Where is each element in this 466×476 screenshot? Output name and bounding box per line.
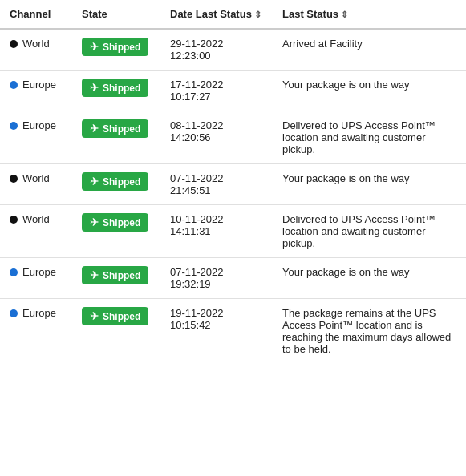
- plane-icon: ✈: [90, 41, 99, 53]
- date-cell: 29-11-202212:23:00: [160, 29, 273, 71]
- shipped-badge: ✈Shipped: [82, 119, 148, 138]
- table-header-row: Channel State Date Last Status Last Stat…: [0, 0, 466, 29]
- date-cell: 07-11-202219:32:19: [160, 258, 273, 299]
- shipped-label: Shipped: [103, 270, 140, 281]
- channel-cell: World: [0, 205, 72, 258]
- black-dot-icon: [10, 216, 18, 224]
- blue-dot-icon: [10, 268, 18, 276]
- plane-icon: ✈: [90, 123, 99, 135]
- table-row: World✈Shipped29-11-202212:23:00Arrived a…: [0, 29, 466, 71]
- blue-dot-icon: [10, 81, 18, 89]
- column-header-date[interactable]: Date Last Status: [160, 0, 273, 29]
- plane-icon: ✈: [90, 82, 99, 94]
- status-cell: Delivered to UPS Access Point™ location …: [273, 111, 466, 164]
- blue-dot-icon: [10, 309, 18, 317]
- shipped-badge: ✈Shipped: [82, 172, 148, 191]
- blue-dot-icon: [10, 122, 18, 130]
- shipped-badge: ✈Shipped: [82, 307, 148, 325]
- date-cell: 07-11-202221:45:51: [160, 164, 273, 205]
- plane-icon: ✈: [90, 175, 99, 188]
- state-cell: ✈Shipped: [72, 205, 160, 258]
- state-cell: ✈Shipped: [72, 258, 160, 299]
- date-cell: 10-11-202214:11:31: [160, 205, 273, 258]
- table-row: Europe✈Shipped08-11-202214:20:56Delivere…: [0, 111, 466, 164]
- table-row: Europe✈Shipped07-11-202219:32:19Your pac…: [0, 258, 466, 299]
- date-cell: 08-11-202214:20:56: [160, 111, 273, 164]
- column-header-channel: Channel: [0, 0, 72, 29]
- column-header-status[interactable]: Last Status: [273, 0, 466, 29]
- state-cell: ✈Shipped: [72, 29, 160, 71]
- channel-label: Europe: [22, 79, 56, 91]
- shipped-label: Shipped: [103, 217, 140, 228]
- status-cell: Your package is on the way: [273, 164, 466, 205]
- shipped-badge: ✈Shipped: [82, 213, 148, 232]
- state-cell: ✈Shipped: [72, 299, 160, 364]
- state-cell: ✈Shipped: [72, 111, 160, 164]
- channel-label: World: [22, 38, 50, 50]
- date-cell: 19-11-202210:15:42: [160, 299, 273, 364]
- status-cell: Your package is on the way: [273, 258, 466, 299]
- plane-icon: ✈: [90, 269, 99, 281]
- channel-cell: Europe: [0, 299, 72, 364]
- channel-label: Europe: [22, 266, 56, 278]
- table-row: Europe✈Shipped17-11-202210:17:27Your pac…: [0, 71, 466, 111]
- black-dot-icon: [10, 175, 18, 183]
- date-cell: 17-11-202210:17:27: [160, 71, 273, 111]
- shipped-badge: ✈Shipped: [82, 266, 148, 284]
- table-row: Europe✈Shipped19-11-202210:15:42The pack…: [0, 299, 466, 364]
- status-cell: The package remains at the UPS Access Po…: [273, 299, 466, 364]
- status-cell: Your package is on the way: [273, 71, 466, 111]
- shipped-badge: ✈Shipped: [82, 79, 148, 97]
- shipped-label: Shipped: [103, 311, 140, 322]
- channel-label: World: [22, 172, 50, 184]
- channel-cell: World: [0, 164, 72, 205]
- shipped-label: Shipped: [103, 176, 140, 188]
- shipped-badge: ✈Shipped: [82, 38, 148, 56]
- shipped-label: Shipped: [103, 42, 140, 53]
- channel-label: World: [22, 213, 50, 225]
- table-row: World✈Shipped07-11-202221:45:51Your pack…: [0, 164, 466, 205]
- channel-cell: Europe: [0, 71, 72, 111]
- channel-cell: World: [0, 29, 72, 71]
- state-cell: ✈Shipped: [72, 71, 160, 111]
- state-cell: ✈Shipped: [72, 164, 160, 205]
- shipments-table: Channel State Date Last Status Last Stat…: [0, 0, 466, 363]
- table-row: World✈Shipped10-11-202214:11:31Delivered…: [0, 205, 466, 258]
- plane-icon: ✈: [90, 310, 99, 322]
- channel-label: Europe: [22, 307, 56, 319]
- channel-label: Europe: [22, 119, 56, 131]
- shipped-label: Shipped: [103, 83, 140, 94]
- status-cell: Arrived at Facility: [273, 29, 466, 71]
- shipped-label: Shipped: [103, 123, 140, 135]
- black-dot-icon: [10, 40, 18, 48]
- channel-cell: Europe: [0, 258, 72, 299]
- column-header-state: State: [72, 0, 160, 29]
- plane-icon: ✈: [90, 216, 99, 228]
- channel-cell: Europe: [0, 111, 72, 164]
- status-cell: Delivered to UPS Access Point™ location …: [273, 205, 466, 258]
